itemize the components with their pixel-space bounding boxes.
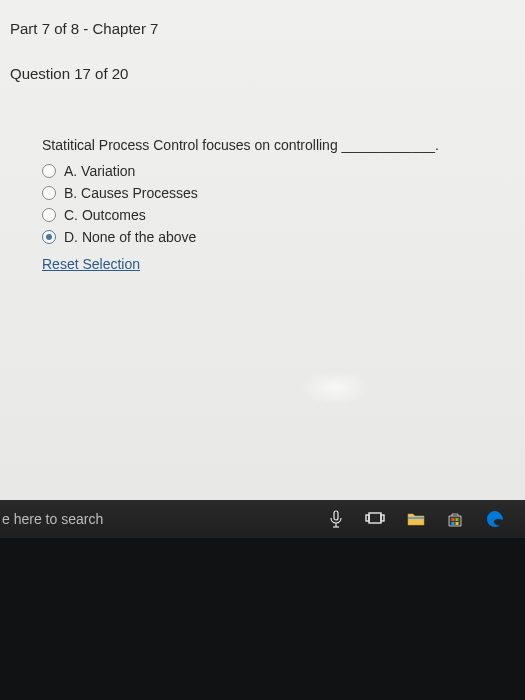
svg-rect-4 (366, 515, 369, 521)
svg-rect-5 (381, 515, 384, 521)
option-c[interactable]: C. Outcomes (42, 207, 525, 223)
question-block: Statitical Process Control focuses on co… (10, 137, 525, 273)
svg-rect-0 (334, 511, 338, 520)
reset-selection-link[interactable]: Reset Selection (42, 256, 140, 272)
task-view-icon[interactable] (365, 511, 385, 527)
svg-rect-6 (408, 517, 424, 519)
radio-icon[interactable] (42, 186, 56, 200)
radio-icon[interactable] (42, 230, 56, 244)
quiz-content: Part 7 of 8 - Chapter 7 Question 17 of 2… (0, 0, 525, 500)
option-label: C. Outcomes (64, 207, 146, 223)
option-d[interactable]: D. None of the above (42, 229, 525, 245)
option-b[interactable]: B. Causes Processes (42, 185, 525, 201)
option-label: D. None of the above (64, 229, 196, 245)
desk-area (0, 538, 525, 700)
options-group: A. Variation B. Causes Processes C. Outc… (42, 163, 525, 245)
option-label: B. Causes Processes (64, 185, 198, 201)
option-label: A. Variation (64, 163, 135, 179)
option-a[interactable]: A. Variation (42, 163, 525, 179)
microsoft-store-icon[interactable] (447, 511, 463, 527)
part-label: Part 7 of 8 - Chapter 7 (10, 20, 525, 37)
question-number: Question 17 of 20 (10, 65, 525, 82)
search-input[interactable]: e here to search (0, 511, 103, 527)
microphone-icon[interactable] (329, 510, 343, 528)
edge-browser-icon[interactable] (485, 509, 505, 529)
svg-rect-9 (452, 522, 455, 525)
svg-rect-3 (369, 513, 381, 523)
windows-taskbar: e here to search (0, 500, 525, 538)
svg-rect-7 (452, 518, 455, 521)
radio-icon[interactable] (42, 164, 56, 178)
svg-rect-8 (456, 518, 459, 521)
file-explorer-icon[interactable] (407, 512, 425, 526)
svg-rect-10 (456, 522, 459, 525)
question-text: Statitical Process Control focuses on co… (42, 137, 525, 153)
taskbar-icons (329, 509, 525, 529)
radio-icon[interactable] (42, 208, 56, 222)
